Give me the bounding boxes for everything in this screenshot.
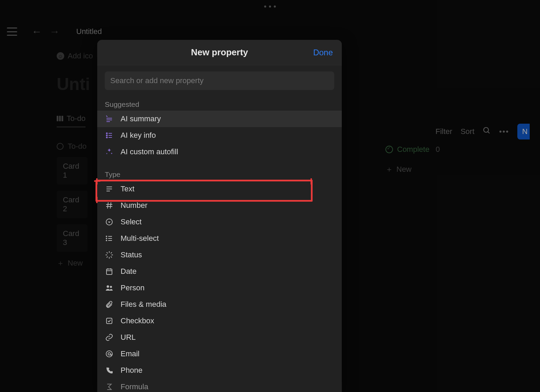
svg-line-29 — [111, 253, 112, 253]
option-label: Phone — [121, 366, 143, 375]
option-select[interactable]: Select — [97, 214, 342, 230]
option-url[interactable]: URL — [97, 329, 342, 346]
section-suggested: Suggested — [105, 100, 334, 109]
option-label: Email — [121, 349, 139, 358]
option-person[interactable]: Person — [97, 280, 342, 296]
option-email[interactable]: Email — [97, 346, 342, 362]
svg-point-6 — [106, 137, 108, 138]
ai-summary-icon — [105, 114, 114, 123]
files-icon — [105, 300, 114, 309]
date-icon — [105, 267, 114, 276]
new-property-modal: New property Done Suggested AI summary A… — [97, 40, 342, 392]
number-icon — [105, 201, 114, 210]
option-formula[interactable]: Formula — [97, 379, 342, 392]
modal-header: New property Done — [97, 40, 342, 65]
option-label: Checkbox — [121, 316, 154, 325]
option-checkbox[interactable]: Checkbox — [97, 313, 342, 329]
text-icon — [105, 184, 114, 193]
option-number[interactable]: Number — [97, 197, 342, 214]
status-icon — [105, 250, 114, 259]
multiselect-icon — [105, 234, 114, 243]
option-files[interactable]: Files & media — [97, 296, 342, 313]
option-ai-summary[interactable]: AI summary — [97, 111, 342, 127]
search-input[interactable] — [110, 76, 329, 85]
formula-icon — [105, 382, 114, 391]
option-status[interactable]: Status — [97, 247, 342, 263]
svg-rect-36 — [106, 318, 112, 324]
done-button[interactable]: Done — [313, 48, 333, 57]
option-label: AI key info — [121, 131, 156, 140]
svg-point-34 — [107, 285, 109, 288]
option-label: Text — [121, 184, 134, 193]
option-text[interactable]: Text — [97, 181, 342, 197]
option-label: AI summary — [121, 114, 161, 123]
person-icon — [105, 283, 114, 292]
search-input-wrapper[interactable] — [105, 71, 334, 90]
checkbox-icon — [105, 316, 114, 325]
option-label: Number — [121, 201, 147, 210]
option-date[interactable]: Date — [97, 263, 342, 280]
svg-line-12 — [110, 202, 111, 209]
option-label: AI custom autofill — [121, 147, 178, 156]
svg-rect-30 — [106, 269, 112, 275]
svg-point-2 — [106, 133, 108, 134]
email-icon — [105, 349, 114, 358]
option-phone[interactable]: Phone — [97, 362, 342, 379]
option-ai-key-info[interactable]: AI key info — [97, 127, 342, 144]
section-type: Type — [105, 170, 334, 179]
option-label: Files & media — [121, 300, 166, 309]
svg-line-24 — [107, 253, 108, 253]
option-label: Multi-select — [121, 234, 159, 243]
option-label: Status — [121, 250, 142, 259]
option-label: URL — [121, 333, 136, 342]
url-icon — [105, 333, 114, 342]
option-label: Formula — [121, 382, 148, 391]
option-label: Select — [121, 217, 142, 226]
option-label: Person — [121, 283, 145, 292]
modal-title: New property — [191, 47, 248, 58]
svg-line-25 — [111, 257, 112, 257]
svg-line-28 — [107, 257, 108, 257]
svg-point-38 — [108, 353, 111, 355]
option-label: Date — [121, 267, 136, 276]
ai-autofill-icon — [105, 147, 114, 156]
option-ai-autofill[interactable]: AI custom autofill — [97, 144, 342, 160]
option-multiselect[interactable]: Multi-select — [97, 230, 342, 247]
svg-line-11 — [108, 202, 108, 209]
svg-point-35 — [110, 286, 112, 288]
ai-keyinfo-icon — [105, 131, 114, 140]
svg-point-4 — [106, 135, 108, 136]
select-icon — [105, 217, 114, 226]
svg-point-37 — [106, 351, 112, 357]
phone-icon — [105, 366, 114, 375]
